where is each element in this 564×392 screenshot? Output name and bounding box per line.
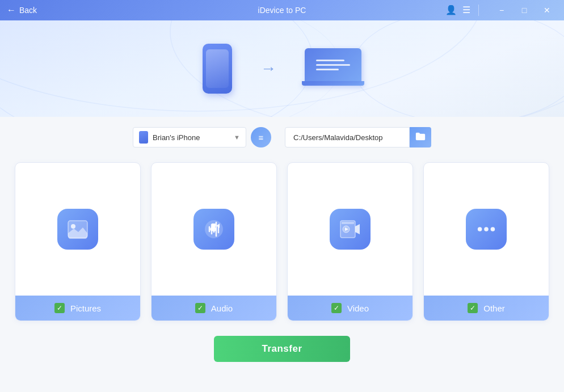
svg-point-14 — [484, 227, 489, 231]
video-checkbox[interactable]: ✓ — [331, 303, 342, 313]
audio-checkbox[interactable]: ✓ — [195, 303, 205, 313]
destination-selector: C:/Users/Malavida/Desktop — [285, 127, 431, 147]
back-button[interactable]: ← Back — [7, 5, 37, 15]
cards-container: ✓ Pictures ✓ — [0, 153, 564, 330]
minimize-button[interactable]: − — [491, 0, 512, 20]
menu-icon-button[interactable]: ☰ — [462, 6, 470, 15]
svg-rect-12 — [342, 222, 354, 224]
card-other[interactable]: ✓ Other — [423, 162, 549, 321]
transfer-row: Brian's iPhone ▼ ≡ C:/Users/Malavida/Des… — [0, 117, 564, 153]
phone-icon — [203, 44, 232, 94]
device-dropdown-phone-icon — [139, 131, 148, 144]
app-title: iDevice to PC — [258, 6, 306, 15]
window-controls: − □ ✕ — [491, 0, 557, 20]
screen-line-2 — [316, 64, 350, 66]
settings-icon: ≡ — [259, 133, 264, 142]
transfer-arrow-icon: → — [260, 60, 276, 78]
screen-line-1 — [316, 60, 344, 61]
device-dropdown[interactable]: Brian's iPhone ▼ — [133, 127, 246, 147]
card-audio[interactable]: ✓ Audio — [151, 162, 277, 321]
audio-label: Audio — [211, 304, 233, 313]
source-settings-button[interactable]: ≡ — [251, 127, 271, 147]
other-label: Other — [483, 304, 505, 313]
back-label: Back — [19, 6, 37, 15]
card-pictures-body — [15, 163, 140, 296]
device-name-label: Brian's iPhone — [153, 133, 229, 142]
destination-path: C:/Users/Malavida/Desktop — [285, 127, 410, 147]
pictures-label: Pictures — [70, 304, 101, 313]
laptop-screen-lines — [316, 60, 350, 70]
pictures-checkbox[interactable]: ✓ — [54, 303, 65, 313]
card-pictures[interactable]: ✓ Pictures — [15, 162, 141, 321]
laptop-icon — [305, 48, 361, 89]
screen-line-3 — [316, 69, 339, 70]
other-checkbox[interactable]: ✓ — [468, 303, 478, 313]
card-audio-footer: ✓ Audio — [151, 296, 276, 321]
card-video[interactable]: ✓ Video — [287, 162, 413, 321]
title-divider — [478, 5, 479, 16]
other-icon — [466, 209, 507, 250]
card-other-footer: ✓ Other — [424, 296, 549, 321]
close-button[interactable]: ✕ — [537, 0, 557, 20]
hero-section: → — [0, 20, 564, 117]
card-other-body — [424, 163, 549, 296]
pictures-icon — [57, 209, 98, 250]
video-label: Video — [347, 304, 369, 313]
title-bar: ← Back iDevice to PC 👤 ☰ − □ ✕ — [0, 0, 564, 20]
back-arrow-icon: ← — [7, 5, 16, 15]
dropdown-chevron-icon: ▼ — [234, 134, 240, 141]
card-audio-body — [151, 163, 276, 296]
laptop-base — [302, 81, 364, 86]
transfer-section: Transfer — [0, 330, 564, 373]
svg-point-13 — [478, 227, 482, 231]
laptop-screen — [305, 48, 361, 81]
card-pictures-footer: ✓ Pictures — [15, 296, 140, 321]
audio-icon — [193, 209, 234, 250]
device-selector: Brian's iPhone ▼ ≡ — [133, 127, 271, 147]
title-bar-right: 👤 ☰ − □ ✕ — [445, 0, 557, 20]
transfer-button[interactable]: Transfer — [214, 336, 350, 362]
video-icon — [330, 209, 371, 250]
folder-icon — [415, 132, 426, 142]
maximize-button[interactable]: □ — [514, 0, 534, 20]
svg-point-15 — [491, 227, 495, 231]
card-video-footer: ✓ Video — [288, 296, 413, 321]
hero-inner: → — [203, 44, 361, 94]
browse-folder-button[interactable] — [410, 127, 431, 147]
card-video-body — [288, 163, 413, 296]
svg-point-4 — [71, 224, 75, 229]
user-icon-button[interactable]: 👤 — [445, 6, 457, 15]
